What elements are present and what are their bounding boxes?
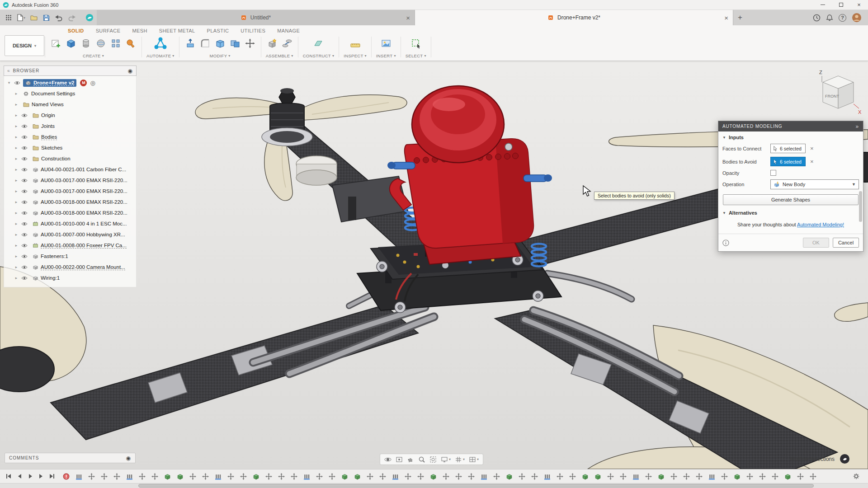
tool-automate-button[interactable] (151, 35, 170, 52)
timeline-feature-green-icon[interactable] (593, 472, 603, 481)
browser-item[interactable]: ▸ AU00-01-0007-000 Hobbywing XR... (4, 229, 136, 240)
timeline-feature-green-icon[interactable] (353, 472, 362, 481)
tool-select-box-button[interactable] (410, 37, 422, 50)
browser-item[interactable]: ▸ AU00-03-0017-000 EMAX RSII-220... (4, 186, 136, 197)
viewports-button[interactable]: ▾ (469, 456, 479, 463)
browser-item[interactable]: ▸ AU00-01-0010-000 4 in 1 ESC Moc... (4, 218, 136, 229)
visibility-eye-icon[interactable] (21, 254, 28, 258)
comments-options-icon[interactable]: ◉ (126, 455, 131, 461)
expander-icon[interactable]: ▸ (14, 211, 19, 215)
timeline-feature-green-icon[interactable] (175, 472, 185, 481)
timeline-feature-bars-icon[interactable] (542, 472, 552, 481)
browser-item[interactable]: ▸ Sketches (4, 142, 136, 153)
save-button[interactable] (41, 12, 52, 23)
timeline-scrollbar[interactable] (0, 483, 868, 488)
visibility-eye-icon[interactable] (21, 233, 28, 237)
tool-joint-button[interactable] (281, 37, 293, 50)
dialog-header[interactable]: AUTOMATED MODELING » (718, 121, 863, 131)
ribbon-tab-sheet-metal[interactable]: SHEET METAL (159, 28, 195, 33)
browser-item[interactable]: ▸ Origin (4, 110, 136, 121)
faces-to-connect-field[interactable]: 6 selected (770, 144, 806, 153)
timeline-feature-move-icon[interactable] (137, 472, 147, 481)
timeline-feature-move-icon[interactable] (277, 472, 286, 481)
timeline-feature-move-icon[interactable] (758, 472, 767, 481)
ribbon-group-dropdown[interactable]: MODIFY▾ (210, 53, 231, 58)
expander-icon[interactable]: ▸ (14, 243, 19, 248)
timeline-feature-move-icon[interactable] (796, 472, 805, 481)
visibility-eye-icon[interactable] (21, 157, 28, 161)
browser-item[interactable]: ▸ AU00-03-0018-000 EMAX RSII-220... (4, 197, 136, 207)
fusion-home-button[interactable] (84, 12, 95, 23)
expander-icon[interactable]: ▸ (14, 156, 19, 161)
ribbon-tab-manage[interactable]: MANAGE (277, 28, 300, 33)
timeline-feature-green-icon[interactable] (656, 472, 666, 481)
tab-close-icon[interactable]: × (406, 14, 410, 21)
timeline-skip-start-button[interactable] (4, 471, 14, 481)
timeline-feature-move-icon[interactable] (327, 472, 337, 481)
visibility-eye-icon[interactable] (21, 200, 28, 204)
expander-icon[interactable]: ▸ (14, 232, 19, 237)
timeline-feature-green-icon[interactable] (580, 472, 590, 481)
clear-faces-icon[interactable]: × (810, 145, 814, 151)
visibility-eye-icon[interactable] (21, 265, 28, 269)
browser-options-icon[interactable]: ◉ (128, 68, 133, 74)
open-button[interactable] (28, 12, 39, 23)
expander-icon[interactable]: ▾ (7, 80, 11, 85)
ribbon-tab-mesh[interactable]: MESH (132, 28, 147, 33)
collapse-panel-icon[interactable]: « (7, 68, 10, 73)
expander-icon[interactable]: ▸ (14, 135, 19, 139)
dialog-dock-icon[interactable]: » (856, 123, 859, 130)
minimize-button[interactable] (814, 0, 832, 9)
visibility-eye-icon[interactable] (21, 276, 28, 280)
timeline-feature-move-icon[interactable] (112, 472, 122, 481)
browser-item[interactable]: ▸ Bodies (4, 131, 136, 142)
browser-item[interactable]: ▸ AU04-00-0021-001 Carbon Fiber C... (4, 164, 136, 175)
look-at-button[interactable] (396, 456, 403, 463)
timeline-feature-bars-icon[interactable] (213, 472, 223, 481)
timeline-feature-move-icon[interactable] (365, 472, 375, 481)
timeline-feature-move-icon[interactable] (720, 472, 729, 481)
timeline-feature-move-icon[interactable] (682, 472, 691, 481)
expander-icon[interactable]: ▸ (14, 178, 19, 183)
help-icon[interactable]: ? (839, 14, 846, 22)
timeline-feature-green-icon[interactable] (429, 472, 438, 481)
tool-paint-button[interactable] (124, 37, 137, 50)
timeline-feature-move-icon[interactable] (555, 472, 565, 481)
timeline-feature-move-icon[interactable] (492, 472, 501, 481)
ribbon-tab-utilities[interactable]: UTILITIES (241, 28, 265, 33)
timeline-feature-green-icon[interactable] (783, 472, 793, 481)
alternatives-section-header[interactable]: ▼ Alternatives (718, 207, 863, 217)
timeline-feature-bars-icon[interactable] (74, 472, 84, 481)
timeline-scrollbar-thumb[interactable] (138, 484, 814, 488)
generate-shapes-button[interactable]: Generate Shapes (723, 194, 859, 205)
visibility-eye-icon[interactable] (21, 146, 28, 150)
timeline-feature-green-icon[interactable] (163, 472, 172, 481)
expander-icon[interactable]: ▸ (14, 145, 19, 150)
timeline-feature-bars-icon[interactable] (707, 472, 717, 481)
zoom-window-button[interactable] (418, 456, 425, 463)
undo-button[interactable] (53, 12, 65, 23)
tool-move-button[interactable] (244, 37, 256, 50)
ribbon-group-dropdown[interactable]: INSERT▾ (376, 53, 396, 58)
visibility-eye-icon[interactable] (21, 168, 28, 172)
notifications-bell-icon[interactable] (826, 14, 833, 22)
timeline-step-forward-button[interactable] (36, 471, 46, 481)
timeline-feature-move-icon[interactable] (150, 472, 160, 481)
visibility-eye-icon[interactable] (21, 124, 28, 128)
expander-icon[interactable]: ▸ (14, 221, 19, 226)
timeline-feature-move-icon[interactable] (416, 472, 425, 481)
visibility-eye-icon[interactable] (14, 81, 21, 85)
document-tab-untitled-[interactable]: Untitled* × (97, 10, 415, 25)
grid-settings-button[interactable]: ▾ (455, 456, 465, 463)
timeline-feature-move-icon[interactable] (403, 472, 413, 481)
browser-item[interactable]: ▸ AU00-01-0008-000 Foxeer FPV Ca... (4, 240, 136, 251)
expander-icon[interactable]: ▸ (14, 265, 19, 269)
visibility-eye-icon[interactable] (21, 178, 28, 183)
timeline-play-button[interactable] (25, 471, 35, 481)
timeline-feature-bars-icon[interactable] (631, 472, 641, 481)
timeline-settings-gear-icon[interactable] (853, 473, 860, 480)
timeline-feature-move-icon[interactable] (201, 472, 210, 481)
visibility-eye-icon[interactable] (21, 189, 28, 193)
comments-bar[interactable]: COMMENTS ◉ (5, 453, 136, 463)
tool-sphere-button[interactable] (94, 37, 107, 50)
